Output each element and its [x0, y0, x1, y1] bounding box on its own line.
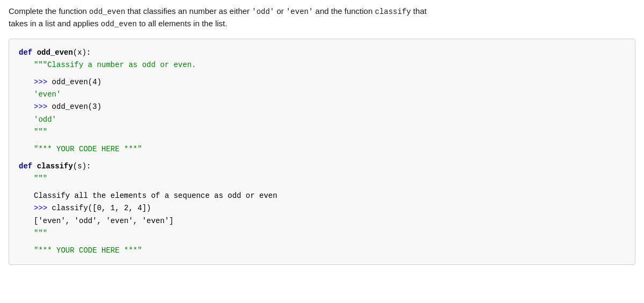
line-docstring-close1: """	[19, 126, 625, 138]
line-prompt3: >>> classify([0, 1, 2, 4])	[19, 202, 625, 215]
line-prompt2: >>> odd_even(3)	[19, 101, 625, 113]
line-docstring-open: """Classify a number as odd or even.	[19, 59, 625, 71]
line-result3: ['even', 'odd', 'even', 'even']	[19, 215, 625, 227]
description-text: Complete the function odd_even that clas…	[9, 5, 635, 30]
line-placeholder2: "*** YOUR CODE HERE ***"	[19, 245, 625, 257]
line-def-classify: def classify(s):	[19, 160, 625, 173]
line-result2: 'odd'	[19, 114, 625, 126]
line-classify-doc: Classify all the elements of a sequence …	[19, 190, 625, 202]
line-docstring-close2: """	[19, 227, 625, 240]
line-docstring-open2: """	[19, 173, 625, 185]
line-def-odd-even: def odd_even(x):	[19, 47, 625, 59]
line-result1: 'even'	[19, 88, 625, 101]
line-prompt1: >>> odd_even(4)	[19, 76, 625, 88]
line-placeholder1: "*** YOUR CODE HERE ***"	[19, 143, 625, 156]
code-block: def odd_even(x): """Classify a number as…	[9, 39, 635, 265]
